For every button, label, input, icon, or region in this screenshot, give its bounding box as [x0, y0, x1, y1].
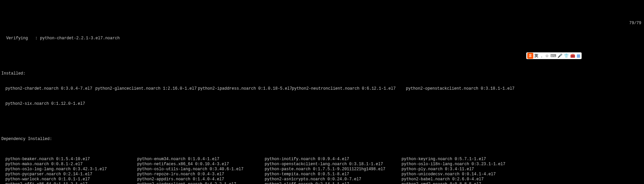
ime-skin-icon[interactable]: 👕 [564, 53, 569, 58]
package-item: python-oslo-log-lang.noarch 0:3.42.3-1.e… [1, 167, 137, 172]
package-item: python-repoze-lru.noarch 0:0.4-3.el7 [137, 172, 265, 177]
progress-indicator: 79/79 [629, 21, 641, 26]
dependency-row: python-beaker.noarch 0:1.5.4-10.el7pytho… [1, 157, 643, 162]
ime-punct-icon[interactable]: ， [539, 53, 544, 58]
package-item: python2-cinderclient.noarch 0:4.2.2-1.el… [137, 182, 265, 184]
package-item: python-pycparser.noarch 0:2.14-1.el7 [1, 172, 137, 177]
ime-lang-toggle[interactable]: 英 [534, 53, 539, 58]
installed-row: python2-chardet.noarch 0:3.0.4-7.el7 pyt… [1, 86, 643, 91]
package-item: python-unicodecsv.noarch 0:0.14.1-4.el7 [401, 172, 643, 177]
dependency-row: python-oslo-log-lang.noarch 0:3.42.3-1.e… [1, 167, 643, 172]
package-item: python-oslo-utils-lang.noarch 0:3.40.6-1… [137, 167, 265, 172]
ime-emoji-icon[interactable]: ☺ [545, 53, 549, 58]
dependency-row: python-pycparser.noarch 0:2.14-1.el7pyth… [1, 172, 643, 177]
package-item: python-netifaces.x86_64 0:0.10.4-3.el7 [137, 162, 265, 167]
verifying-line: Verifying : python-chardet-2.2.1-3.el7.n… [1, 36, 643, 41]
package-item: python2-asn1crypto.noarch 0:0.24.0-7.el7 [265, 177, 401, 182]
package-item: python2-babel.noarch 0:2.6.0-4.el7 [401, 177, 643, 182]
ime-toolbox-icon[interactable]: 🧰 [570, 53, 576, 58]
package-item: python2-cffi.x86_64 0:1.11.2-1.el7 [1, 182, 137, 184]
dependency-row: python-mako.noarch 0:0.8.1-2.el7python-n… [1, 162, 643, 167]
package-item: python-oslo-i18n-lang.noarch 0:3.23.1-1.… [401, 162, 643, 167]
installed-header: Installed: [1, 71, 643, 76]
package-item: python-ply.noarch 0:3.4-11.el7 [401, 167, 643, 172]
package-item: python-inotify.noarch 0:0.9.4-4.el7 [265, 157, 401, 162]
package-item: python-openstackclient-lang.noarch 0:3.1… [265, 162, 401, 167]
ime-toolbar[interactable]: S 英 ， ☺ ⌨ 🎤 👕 🧰 ▦ [526, 52, 582, 59]
package-item: python-enum34.noarch 0:1.0.4-1.el7 [137, 157, 265, 162]
ime-keyboard-icon[interactable]: ⌨ [550, 53, 556, 58]
package-item: python2-cmd2.noarch 0:0.8.8-5.el7 [401, 182, 643, 184]
installed-row: python2-six.noarch 0:1.12.0-1.el7 [1, 101, 643, 106]
package-item: python-warlock.noarch 0:1.0.1-1.el7 [1, 177, 137, 182]
package-item: python-paste.noarch 0:1.7.5.1-9.20111221… [265, 167, 401, 172]
terminal-output[interactable]: 79/79 Verifying : python-chardet-2.2.1-3… [0, 20, 644, 184]
dependency-row: python2-cffi.x86_64 0:1.11.2-1.el7python… [1, 182, 643, 184]
package-item: python-mako.noarch 0:0.8.1-2.el7 [1, 162, 137, 167]
sogou-logo-icon[interactable]: S [527, 53, 533, 59]
dependency-header: Dependency Installed: [1, 137, 643, 142]
dependency-row: python-warlock.noarch 0:1.0.1-1.el7pytho… [1, 177, 643, 182]
package-item: python2-appdirs.noarch 0:1.4.0-4.el7 [137, 177, 265, 182]
ime-voice-icon[interactable]: 🎤 [557, 53, 563, 58]
package-item: python2-cliff.noarch 0:2.14.1-1.el7 [265, 182, 401, 184]
package-item: python-keyring.noarch 0:5.7.1-1.el7 [401, 157, 643, 162]
ime-menu-icon[interactable]: ▦ [576, 53, 581, 58]
package-item: python-beaker.noarch 0:1.5.4-10.el7 [1, 157, 137, 162]
package-item: python-tempita.noarch 0:0.5.1-8.el7 [265, 172, 401, 177]
